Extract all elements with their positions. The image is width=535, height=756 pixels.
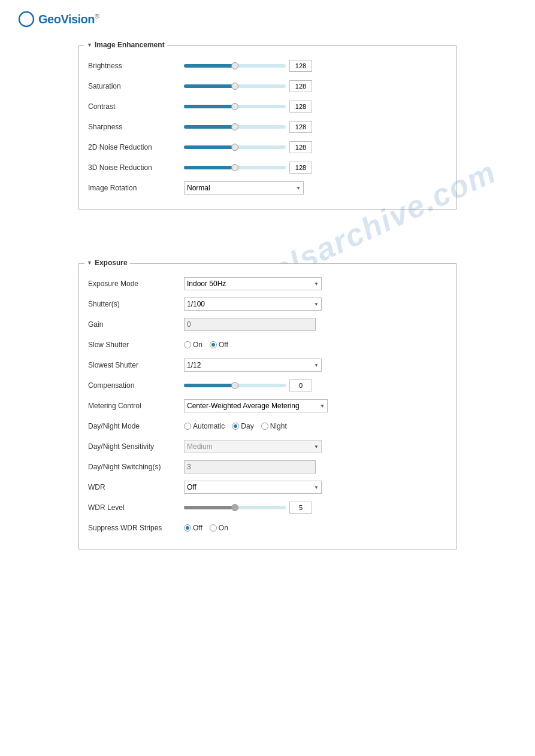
sharpness-slider-track[interactable] [184,125,286,129]
gain-row: Gain [88,317,447,332]
slowest-shutter-select[interactable]: 1/12 1/6 1/3 1/2 [184,359,322,372]
noise-2d-label: 2D Noise Reduction [88,143,184,151]
slowest-shutter-select-wrapper: 1/12 1/6 1/3 1/2 [184,359,322,372]
slow-shutter-row: Slow Shutter On Off [88,337,447,353]
slow-shutter-off-label: Off [219,341,228,349]
suppress-wdr-off-item[interactable]: Off [184,524,202,532]
shutter-label: Shutter(s) [88,300,184,308]
sharpness-slider-container: 128 [184,121,447,133]
metering-control-row: Metering Control Center-Weighted Average… [88,398,447,414]
exposure-panel: Exposure Exposure Mode Indoor 50Hz Indoo… [78,263,457,549]
wdr-level-label: WDR Level [88,503,184,512]
image-enhancement-panel: Image Enhancement Brightness 128 Saturat… [78,45,457,210]
suppress-wdr-off-label: Off [193,524,202,532]
noise-2d-slider-track[interactable] [184,145,286,149]
noise-3d-slider-container: 128 [184,162,447,174]
contrast-slider-container: 128 [184,101,447,113]
wdr-level-value[interactable] [289,502,312,514]
slow-shutter-off-item[interactable]: Off [210,341,228,349]
svg-point-0 [19,12,34,26]
suppress-wdr-label: Suppress WDR Stripes [88,524,184,532]
suppress-wdr-radio-group: Off On [184,524,228,532]
shutter-select[interactable]: 1/100 1/50 1/25 1/12 [184,297,322,311]
metering-control-select-wrapper: Center-Weighted Average Metering Spot Me… [184,399,328,412]
day-night-night-radio[interactable] [261,423,268,430]
suppress-wdr-on-radio[interactable] [210,524,217,532]
gain-input [184,318,316,331]
brightness-slider-container: 128 [184,60,447,72]
saturation-row: Saturation 128 [88,78,447,94]
image-rotation-label: Image Rotation [88,184,184,192]
noise-3d-value[interactable]: 128 [289,162,312,174]
saturation-label: Saturation [88,82,184,90]
contrast-label: Contrast [88,102,184,111]
noise-2d-slider-container: 128 [184,141,447,153]
wdr-select[interactable]: Off On [184,481,322,494]
day-night-switching-label: Day/Night Switching(s) [88,463,184,471]
header: GeoVision® [0,0,535,34]
shutter-select-wrapper: 1/100 1/50 1/25 1/12 [184,297,322,311]
slow-shutter-label: Slow Shutter [88,341,184,349]
suppress-wdr-off-radio[interactable] [184,524,191,532]
day-night-day-radio[interactable] [232,423,239,430]
day-night-automatic-radio[interactable] [184,423,191,430]
day-night-day-item[interactable]: Day [232,422,253,430]
compensation-slider-track[interactable] [184,384,286,387]
noise-3d-label: 3D Noise Reduction [88,163,184,172]
exposure-mode-row: Exposure Mode Indoor 50Hz Indoor 60Hz Ou… [88,276,447,292]
contrast-row: Contrast 128 [88,99,447,114]
slow-shutter-radio-group: On Off [184,341,228,349]
day-night-automatic-label: Automatic [193,422,225,430]
brightness-row: Brightness 128 [88,58,447,74]
wdr-row: WDR Off On [88,479,447,495]
wdr-level-slider-track[interactable] [184,506,286,509]
brightness-value[interactable]: 128 [289,60,312,72]
suppress-wdr-row: Suppress WDR Stripes Off On [88,520,447,536]
slow-shutter-on-radio[interactable] [184,341,191,348]
day-night-night-item[interactable]: Night [261,422,287,430]
metering-control-select[interactable]: Center-Weighted Average Metering Spot Me… [184,399,328,412]
noise-2d-row: 2D Noise Reduction 128 [88,139,447,155]
saturation-slider-track[interactable] [184,84,286,88]
sharpness-value[interactable]: 128 [289,121,312,133]
metering-control-label: Metering Control [88,402,184,410]
slowest-shutter-label: Slowest Shutter [88,361,184,369]
day-night-sensitivity-label: Day/Night Sensitivity [88,442,184,451]
gain-label: Gain [88,320,184,329]
day-night-switching-input [184,460,316,473]
day-night-mode-label: Day/Night Mode [88,422,184,430]
day-night-sensitivity-select-wrapper: Medium Low High [184,440,322,453]
shutter-row: Shutter(s) 1/100 1/50 1/25 1/12 [88,296,447,312]
compensation-slider-container [184,379,447,391]
contrast-slider-track[interactable] [184,105,286,108]
noise-2d-value[interactable]: 128 [289,141,312,153]
brightness-slider-track[interactable] [184,64,286,68]
slow-shutter-off-radio[interactable] [210,341,217,348]
logo: GeoVision® [18,11,99,28]
day-night-mode-radio-group: Automatic Day Night [184,422,287,430]
day-night-automatic-item[interactable]: Automatic [184,422,225,430]
image-rotation-select[interactable]: Normal Flip Horizontal Flip Vertical 180… [184,181,304,195]
wdr-level-slider-container [184,502,447,514]
contrast-value[interactable]: 128 [289,101,312,113]
noise-3d-row: 3D Noise Reduction 128 [88,160,447,175]
saturation-value[interactable]: 128 [289,80,312,92]
compensation-label: Compensation [88,381,184,390]
wdr-label: WDR [88,483,184,491]
exposure-title: Exposure [84,259,130,267]
suppress-wdr-on-item[interactable]: On [210,524,228,532]
compensation-value[interactable] [289,379,312,391]
wdr-select-wrapper: Off On [184,481,322,494]
saturation-slider-container: 128 [184,80,447,92]
slow-shutter-on-item[interactable]: On [184,341,202,349]
logo-text: GeoVision® [38,11,99,27]
day-night-mode-row: Day/Night Mode Automatic Day Night [88,418,447,434]
exposure-mode-select[interactable]: Indoor 50Hz Indoor 60Hz Outdoor Manual [184,277,322,290]
noise-3d-slider-track[interactable] [184,166,286,169]
day-night-sensitivity-row: Day/Night Sensitivity Medium Low High [88,439,447,454]
compensation-row: Compensation [88,378,447,393]
image-rotation-row: Image Rotation Normal Flip Horizontal Fl… [88,180,447,196]
day-night-day-label: Day [241,422,253,430]
geovision-logo-icon [18,11,35,28]
image-enhancement-title: Image Enhancement [84,41,167,49]
